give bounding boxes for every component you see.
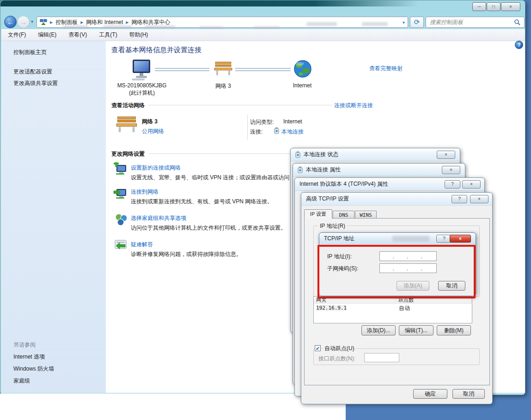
close-icon[interactable]: × — [450, 235, 471, 243]
divider — [148, 153, 290, 154]
back-button[interactable]: ← — [4, 16, 17, 28]
close-icon[interactable]: × — [437, 151, 455, 159]
tcpip-dialog-titlebar[interactable]: TCP/IP 地址 ? × — [319, 233, 476, 245]
background-window-area — [0, 394, 346, 420]
blurred-text — [306, 22, 337, 26]
gateway-remove-button[interactable]: 删除(M) — [437, 325, 471, 335]
tcpip-dialog-title: TCP/IP 地址 — [324, 235, 354, 243]
change-settings-header: 更改网络设置 — [111, 150, 145, 158]
refresh-button[interactable]: ⟳ — [410, 17, 424, 28]
computer-icon[interactable] — [131, 59, 152, 81]
advanced-cancel-button[interactable]: 取消 — [452, 389, 485, 399]
advanced-ok-button[interactable]: 确定 — [413, 389, 447, 399]
caption-buttons: ─ □ × — [472, 2, 520, 11]
access-type-value: Internet — [283, 118, 302, 125]
search-icon[interactable] — [514, 19, 520, 25]
gateway-cell: 192.16.9.1 — [316, 305, 347, 311]
forward-button[interactable]: → — [17, 16, 30, 28]
gateway-add-button[interactable]: 添加(D)... — [361, 325, 396, 335]
internet-globe-icon[interactable] — [293, 60, 312, 79]
active-network-name: 网络 3 — [142, 118, 158, 126]
minimize-button[interactable]: ─ — [472, 2, 486, 11]
active-networks-header: 查看活动网络 — [111, 102, 145, 110]
network-location-icon — [40, 19, 47, 25]
sidebar-item-change-advanced-sharing[interactable]: 更改高级共享设置 — [13, 79, 58, 87]
top-dark-strip — [0, 0, 419, 6]
connect-disconnect-link[interactable]: 连接或断开连接 — [334, 102, 373, 110]
advanced-dialog-titlebar[interactable]: 高级 TCP/IP 设置 ? × — [301, 193, 492, 206]
properties-dialog-title: 本地连接 属性 — [306, 166, 341, 174]
screen: ─ □ × ← → ▾ ▶ 控制面板 ▶ 网络和 Internet ▶ 网络和共… — [0, 0, 531, 420]
setup-new-connection-link[interactable]: 设置新的连接或网络 — [131, 164, 181, 172]
gateway-edit-button[interactable]: 编辑(T)... — [399, 325, 433, 335]
close-icon[interactable]: × — [442, 166, 460, 174]
connect-to-network-desc: 连接到或重新连接到无线、有线、拨号或 VPN 网络连接。 — [131, 198, 291, 206]
sidebar-item-homegroup[interactable]: 家庭组 — [13, 377, 30, 385]
auto-metric-checkbox[interactable]: ✔ — [315, 345, 321, 351]
sidebar-item-control-panel-home[interactable]: 控制面板主页 — [13, 49, 47, 56]
map-connection-line — [155, 68, 209, 71]
network-bench-icon[interactable] — [214, 61, 232, 77]
menu-file[interactable]: 文件(F) — [8, 31, 26, 39]
breadcrumb-item-network-internet[interactable]: 网络和 Internet — [86, 18, 123, 26]
interface-metric-input[interactable] — [364, 353, 399, 362]
tab-dns[interactable]: DNS — [333, 211, 354, 219]
network-kind-link[interactable]: 公用网络 — [142, 128, 164, 135]
menu-help[interactable]: 帮助(H) — [129, 31, 148, 39]
sidebar-item-change-adapter-settings[interactable]: 更改适配器设置 — [13, 68, 52, 76]
menu-bar: 文件(F) 编辑(E) 查看(V) 工具(T) 帮助(H) — [1, 29, 525, 41]
breadcrumb-item-network-sharing-center[interactable]: 网络和共享中心 — [132, 18, 171, 26]
nic-icon — [274, 127, 279, 134]
gateway-list[interactable]: 网关 跃点数 192.16.9.1 自动 — [313, 296, 472, 323]
gateway-row[interactable]: 192.16.9.1 自动 — [314, 304, 472, 312]
metric-cell: 自动 — [396, 304, 472, 312]
map-connection-line — [235, 68, 291, 71]
tab-ip-settings[interactable]: IP 设置 — [304, 209, 332, 219]
sidebar-item-windows-firewall[interactable]: Windows 防火墙 — [13, 365, 54, 373]
properties-dialog-titlebar[interactable]: 本地连接 属性 × — [293, 164, 465, 177]
help-icon[interactable]: ? — [452, 195, 467, 203]
status-dialog-titlebar[interactable]: 本地连接 状态 × — [291, 148, 460, 161]
divider — [148, 105, 332, 105]
tab-wins[interactable]: WINS — [355, 211, 377, 219]
homegroup-sharing-link[interactable]: 选择家庭组和共享选项 — [131, 214, 186, 222]
sidebar-item-internet-options[interactable]: Internet 选项 — [13, 353, 45, 361]
menu-tools[interactable]: 工具(T) — [99, 31, 117, 39]
page-title: 查看基本网络信息并设置连接 — [111, 46, 201, 55]
search-input[interactable]: 搜索控制面板 — [426, 17, 525, 28]
breadcrumb-separator-icon[interactable]: ▶ — [126, 20, 128, 24]
close-icon[interactable]: × — [470, 195, 488, 203]
nic-icon — [295, 151, 300, 158]
auto-metric-label[interactable]: 自动跃点(U) — [323, 345, 356, 353]
maximize-button[interactable]: □ — [487, 2, 500, 11]
menu-view[interactable]: 查看(V) — [68, 31, 87, 39]
blurred-text — [362, 22, 388, 26]
blurred-text — [392, 236, 429, 242]
highlight-annotation — [317, 245, 476, 298]
troubleshoot-link[interactable]: 疑难解答 — [131, 241, 153, 249]
breadcrumb-item-control-panel[interactable]: 控制面板 — [55, 18, 78, 26]
troubleshoot-icon — [114, 239, 127, 252]
help-icon[interactable]: ? — [445, 180, 460, 189]
see-full-map-link[interactable]: 查看完整映射 — [369, 65, 403, 73]
close-icon[interactable]: × — [462, 180, 481, 189]
ipv4-dialog-titlebar[interactable]: Internet 协议版本 4 (TCP/IPv4) 属性 ? × — [295, 178, 484, 191]
local-connection-link[interactable]: 本地连接 — [281, 128, 304, 136]
sidebar — [1, 41, 106, 393]
map-network-label: 网络 3 — [209, 82, 237, 90]
nic-icon — [298, 166, 303, 173]
close-button[interactable]: × — [501, 2, 520, 11]
advanced-dialog-title: 高级 TCP/IP 设置 — [306, 195, 349, 203]
status-dialog-title: 本地连接 状态 — [304, 151, 338, 158]
active-network-bench-icon[interactable] — [116, 115, 137, 134]
menu-edit[interactable]: 编辑(E) — [38, 31, 56, 39]
see-also-header: 另请参阅 — [13, 341, 36, 349]
connect-to-network-link[interactable]: 连接到网络 — [131, 188, 159, 196]
address-dropdown-icon[interactable]: ▾ — [403, 20, 405, 25]
recent-pages-caret-icon[interactable]: ▾ — [31, 19, 33, 24]
access-type-label: 访问类型: — [250, 118, 274, 126]
breadcrumb-separator-icon[interactable]: ▶ — [80, 20, 83, 24]
computer-note-label: (此计算机) — [111, 89, 172, 97]
troubleshoot-desc: 诊断并修复网络问题，或获得故障排除信息。 — [131, 250, 291, 258]
help-icon[interactable]: ? — [515, 41, 523, 49]
